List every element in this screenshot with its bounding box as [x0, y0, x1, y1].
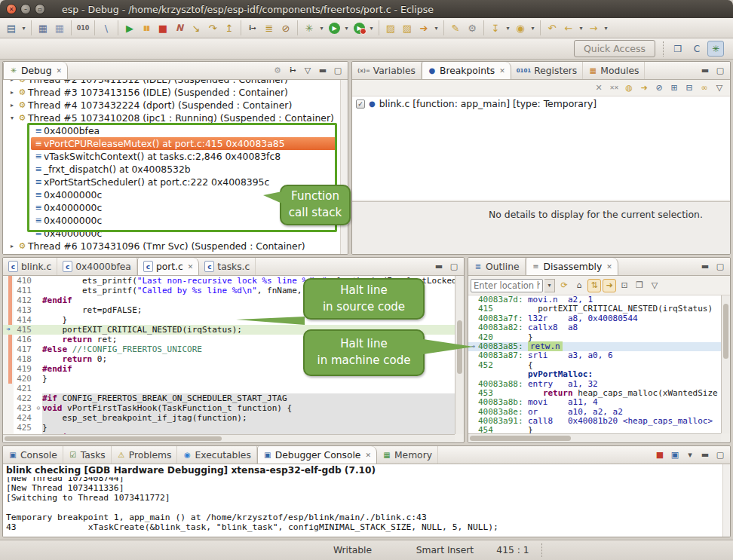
refresh-icon[interactable]: ⟳ — [557, 279, 571, 292]
maximize-icon[interactable]: ▢ — [713, 260, 727, 274]
thread-row[interactable]: ▸⚙Thread #6 1073431096 (Tmr Svc) (Suspen… — [3, 240, 340, 252]
close-window-button[interactable]: ✕ — [6, 4, 17, 14]
remove-breakpoint-button[interactable]: ✕ — [592, 81, 606, 95]
close-icon[interactable]: ✕ — [56, 67, 62, 75]
disassembly-code-area[interactable]: 40083a7d:movi.n a2, 1415 portEXIT_CRITIC… — [468, 295, 721, 433]
track-expression-toggle[interactable]: ➜ — [603, 279, 616, 292]
gears-icon[interactable]: ⚙ — [465, 20, 480, 36]
binary-view-button[interactable]: 010 — [75, 20, 90, 36]
back-button[interactable]: ← — [561, 20, 576, 36]
minimize-icon[interactable]: ▬ — [316, 64, 330, 78]
minimize-icon[interactable]: ▬ — [698, 64, 712, 78]
debug-button[interactable]: ✳ — [302, 20, 317, 36]
new-wizard-button-dropdown-icon[interactable]: ▾ — [20, 25, 28, 32]
view-tab-debugger-console[interactable]: ▣Debugger Console✕ — [257, 446, 377, 464]
cpp-perspective-button[interactable]: C — [689, 41, 705, 57]
external-tools-button[interactable]: ➔ — [416, 20, 431, 36]
open-new-view-button[interactable]: ❒ — [633, 279, 646, 292]
close-icon[interactable]: ✕ — [499, 67, 505, 75]
download-button-dropdown-icon[interactable]: ▾ — [504, 25, 512, 32]
profile-button[interactable]: ▶ — [351, 20, 366, 36]
debug-launch-tree[interactable]: ▸⚙Thread #2 1073411312 (IDLE) (Suspended… — [3, 80, 340, 254]
view-tab-tasks[interactable]: ☑Tasks — [63, 446, 112, 464]
location-input[interactable] — [471, 279, 543, 292]
console-scrollbar[interactable] — [722, 464, 730, 537]
show-breakpoint-types-button[interactable]: ◍ — [622, 81, 636, 95]
minimize-icon[interactable]: ▬ — [698, 260, 712, 274]
disconnect-button[interactable]: N — [172, 20, 187, 36]
view-tab-outline[interactable]: ≣Outline — [468, 258, 526, 275]
view-tab-registers[interactable]: 0101Registers — [511, 62, 584, 79]
chevron-down-icon[interactable]: ▾ — [8, 115, 17, 121]
stack-frame-row[interactable]: ≡_frxt_dispatch() at 0x4008532b — [33, 163, 340, 176]
display-selected-console-button[interactable]: ▣ — [668, 448, 682, 462]
skip-all-button[interactable]: ⊘ — [652, 81, 666, 95]
thread-row[interactable]: ▸⚙Thread #3 1073413156 (IDLE) (Suspended… — [3, 86, 340, 99]
expand-all-button[interactable]: ⊞ — [667, 81, 681, 95]
terminate-button[interactable]: ■ — [155, 20, 170, 36]
external-tools-button-dropdown-icon[interactable]: ▾ — [432, 25, 440, 32]
maximize-icon[interactable]: ▢ — [331, 64, 345, 78]
debug-tab-debug[interactable]: ✳Debug✕ — [3, 62, 68, 79]
chevron-right-icon[interactable]: ▸ — [8, 102, 17, 109]
close-icon[interactable]: ✕ — [188, 263, 194, 271]
view-menu-icon[interactable]: ▽ — [713, 81, 726, 95]
maximize-icon[interactable]: ▢ — [447, 260, 461, 274]
view-menu-icon[interactable]: ▽ — [648, 279, 661, 292]
step-over-button[interactable]: ↷ — [205, 20, 220, 36]
collapse-all-button[interactable]: ⊟ — [682, 81, 696, 95]
thread-row[interactable]: ▸⚙Thread #2 1073411312 (IDLE) (Suspended… — [3, 80, 340, 86]
console-dropdown-icon[interactable]: ▾ — [683, 448, 697, 462]
editor-horizontal-scrollbar[interactable] — [3, 434, 455, 442]
minimize-window-button[interactable]: – — [20, 4, 31, 14]
skip-all-breakpoints-button[interactable]: \ — [99, 20, 114, 36]
breakpoint-row[interactable]: ✓●blink.c [function: app_main] [type: Te… — [352, 96, 730, 111]
view-tab-modules[interactable]: ▦Modules — [583, 62, 645, 79]
flash-folder-button[interactable]: ▨ — [383, 20, 398, 36]
use-step-filters-button[interactable]: ⊘ — [278, 20, 293, 36]
sync-pc-toggle[interactable]: ⇅ — [587, 279, 601, 292]
resume-button[interactable]: ▶ — [122, 20, 137, 36]
editor-vertical-scrollbar[interactable] — [455, 276, 464, 434]
run-button-dropdown-icon[interactable]: ▾ — [342, 25, 351, 32]
console-output-area[interactable]: blink checking [GDB Hardware Debugging] … — [3, 464, 722, 537]
debug-button-dropdown-icon[interactable]: ▾ — [317, 25, 326, 32]
highlighter-button[interactable]: ✎ — [448, 20, 463, 36]
save-button[interactable]: ▦ — [35, 20, 51, 36]
debug-tree-scrollbar[interactable] — [340, 80, 348, 254]
minimize-icon[interactable]: ▬ — [698, 448, 712, 462]
breakpoint-checkbox[interactable]: ✓ — [356, 99, 365, 109]
link-with-debug-button[interactable]: ∞ — [698, 81, 711, 95]
location-dropdown-icon[interactable]: ▾ — [544, 279, 555, 292]
debug-perspective-button[interactable]: ✳ — [707, 41, 724, 57]
forward-button[interactable]: → — [586, 20, 601, 36]
view-tab-executables[interactable]: ◉Executables — [177, 446, 256, 464]
step-return-button[interactable]: ↥ — [222, 20, 237, 36]
view-menu-icon[interactable]: ▽ — [301, 64, 314, 78]
view-tab-memory[interactable]: ▦Memory — [377, 446, 438, 464]
disassembly-horizontal-scrollbar[interactable] — [468, 433, 721, 442]
copy-button[interactable]: ⊡ — [618, 279, 631, 292]
suspend-button[interactable]: ▮▮ — [139, 20, 154, 36]
forward-button-dropdown-icon[interactable]: ▾ — [602, 25, 610, 32]
open-folder-button[interactable]: ▨ — [400, 20, 415, 36]
view-tab-disassembly[interactable]: ≡Disassembly✕ — [526, 258, 618, 275]
maximize-icon[interactable]: ▢ — [713, 64, 727, 78]
last-edit-location-button[interactable]: ↶ — [544, 20, 560, 36]
download-button[interactable]: ↧ — [488, 20, 503, 36]
instruction-stepping-toggle[interactable]: i→ — [286, 64, 299, 78]
go-to-file-button[interactable]: ➜ — [637, 81, 651, 95]
view-tab-variables[interactable]: (x)=Variables — [352, 62, 422, 79]
view-tab-problems[interactable]: ⚠Problems — [112, 446, 178, 464]
chevron-right-icon[interactable]: ▸ — [8, 80, 17, 83]
editor-tab-0x4000bfea[interactable]: c0x4000bfea — [57, 258, 137, 275]
editor-tab-port-c[interactable]: cport.c✕ — [137, 258, 199, 275]
close-icon[interactable]: ✕ — [606, 263, 612, 271]
lightbulb-button-dropdown-icon[interactable]: ▾ — [529, 25, 537, 32]
save-all-button[interactable]: ▦ — [52, 20, 67, 36]
back-button-dropdown-icon[interactable]: ▾ — [577, 25, 585, 32]
view-tab-console[interactable]: ▣Console — [3, 446, 63, 464]
terminate-console-button[interactable]: ■ — [653, 448, 667, 462]
open-perspective-button[interactable]: ❒ — [670, 41, 686, 57]
instruction-stepping-button[interactable]: i→ — [245, 20, 260, 36]
